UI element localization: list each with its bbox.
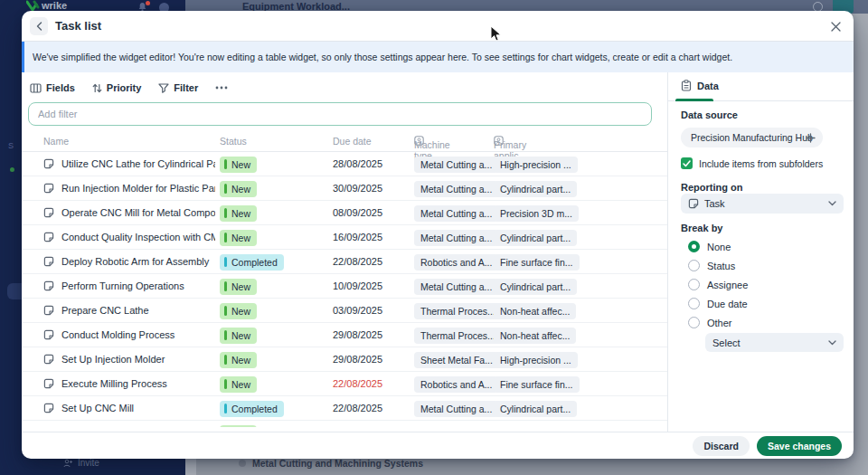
task-icon <box>43 256 54 267</box>
status-badge: New <box>220 303 257 319</box>
task-icon <box>43 183 54 194</box>
data-source-heading: Data source <box>681 109 738 120</box>
reporting-on-heading: Reporting on <box>681 182 742 193</box>
table-row[interactable]: Conduct Quality Inspection with CMM New … <box>22 225 667 250</box>
fields-icon <box>30 83 42 93</box>
status-badge: New <box>220 328 257 344</box>
column-machine-type[interactable]: Machine type <box>414 136 424 146</box>
task-icon <box>43 232 54 242</box>
radio-button-icon[interactable] <box>688 298 700 309</box>
filter-input[interactable] <box>28 102 652 126</box>
table-row[interactable]: Utilize CNC Lathe for Cylindrical Parts … <box>22 152 667 176</box>
table-row[interactable]: Operate CNC Mill for Metal Components Ne… <box>22 201 667 225</box>
status-label: New <box>231 355 250 366</box>
table-body: Utilize CNC Lathe for Cylindrical Parts … <box>22 152 667 427</box>
wrike-wordmark: wrike <box>42 0 67 11</box>
status-bar-icon <box>224 233 227 242</box>
machine-type-chip: Thermal Proces... <box>414 328 502 344</box>
status-badge: New <box>220 157 257 173</box>
table-toolbar: Fields Priority Filter <box>30 80 228 96</box>
table-row[interactable]: Conduct Molding Process New 29/08/2025 T… <box>22 323 667 347</box>
table-row[interactable]: Execute Milling Process New 22/08/2025 R… <box>22 372 667 396</box>
break-by-option[interactable]: Other <box>668 313 854 332</box>
active-tab-indicator <box>675 99 713 101</box>
table-row[interactable]: Set Up CNC Mill Completed 22/08/2025 Met… <box>22 396 667 421</box>
due-date: 22/08/2025 <box>333 378 382 389</box>
notification-dot <box>146 1 150 5</box>
table-row[interactable]: New <box>22 421 667 427</box>
break-by-option-label: Other <box>707 318 732 328</box>
status-bar-icon <box>224 379 227 389</box>
fields-button[interactable]: Fields <box>30 82 75 93</box>
machine-type-chip: Metal Cutting a... <box>414 181 498 197</box>
break-by-option[interactable]: None <box>668 237 854 256</box>
status-label: New <box>231 379 250 390</box>
primary-application-chip: Cylindrical part... <box>494 401 577 417</box>
task-icon <box>43 158 54 169</box>
clipboard-icon <box>681 80 692 91</box>
task-name: Set Up CNC Mill <box>61 403 215 413</box>
primary-application-chip: Cylindrical part... <box>494 279 577 295</box>
due-date: 16/09/2025 <box>333 232 382 242</box>
status-bar-icon <box>224 404 227 413</box>
task-name: Conduct Molding Process <box>61 329 215 340</box>
reporting-on-dropdown[interactable]: Task <box>681 194 844 214</box>
more-options-button[interactable] <box>215 86 228 90</box>
include-subfolders-label: Include items from subfolders <box>699 158 823 169</box>
sidebar-glyph: S <box>8 141 14 150</box>
table-row[interactable]: Run Injection Molder for Plastic Parts N… <box>22 176 667 201</box>
status-bar-icon <box>224 208 227 218</box>
close-button[interactable] <box>827 18 844 34</box>
invite-button: Invite <box>63 458 99 468</box>
task-name: Operate CNC Mill for Metal Components <box>61 207 215 218</box>
primary-application-chip: Fine surface fin... <box>494 254 580 271</box>
sort-priority-button[interactable]: Priority <box>92 82 142 93</box>
status-badge: Completed <box>220 401 284 417</box>
break-by-other-select[interactable]: Select <box>705 333 844 352</box>
table-row[interactable]: Perform Turning Operations New 10/09/202… <box>22 274 667 299</box>
column-primary-application[interactable]: Primary applic <box>494 136 504 146</box>
sidebar-status-dot <box>10 167 14 172</box>
radio-button-icon[interactable] <box>688 279 700 290</box>
save-changes-button[interactable]: Save changes <box>757 436 842 456</box>
due-date: 30/09/2025 <box>333 183 382 194</box>
data-source-chip[interactable]: Precision Manufacturing Hub <box>681 128 823 147</box>
primary-application-chip: Fine surface fin... <box>494 376 580 393</box>
bullet-dot-icon <box>239 460 246 467</box>
include-subfolders-checkbox-row[interactable]: Include items from subfolders <box>681 157 823 169</box>
checkbox-checked-icon[interactable] <box>681 157 693 169</box>
discard-button[interactable]: Discard <box>693 436 750 456</box>
due-date: 10/09/2025 <box>333 280 382 291</box>
column-name[interactable]: Name <box>43 136 69 147</box>
back-button[interactable] <box>30 17 48 35</box>
table-row[interactable]: Prepare CNC Lathe New 03/09/2025 Thermal… <box>22 299 667 323</box>
break-by-option[interactable]: Status <box>668 256 854 275</box>
primary-application-chip: Non-heat affec... <box>494 328 576 344</box>
break-by-option[interactable]: Due date <box>668 294 854 313</box>
column-due-date[interactable]: Due date <box>333 136 372 147</box>
task-icon <box>43 207 54 218</box>
table-row[interactable]: Deploy Robotic Arm for Assembly Complete… <box>22 250 667 274</box>
due-date: 22/08/2025 <box>333 256 382 267</box>
filter-button[interactable]: Filter <box>158 82 198 93</box>
status-label: New <box>231 233 250 243</box>
task-icon <box>43 280 54 291</box>
tab-data[interactable]: Data <box>681 80 719 91</box>
radio-button-icon[interactable] <box>688 317 700 328</box>
add-data-source-button[interactable] <box>804 131 817 145</box>
radio-button-icon[interactable] <box>688 241 700 252</box>
radio-button-icon[interactable] <box>688 260 700 271</box>
status-label: New <box>231 306 250 317</box>
break-by-option[interactable]: Assignee <box>668 275 854 294</box>
task-icon <box>43 403 54 413</box>
status-label: Completed <box>231 257 278 268</box>
task-name: Set Up Injection Molder <box>61 354 215 365</box>
person-plus-icon <box>63 459 73 468</box>
select-placeholder: Select <box>712 337 741 348</box>
sort-arrows-icon <box>92 83 102 93</box>
column-status[interactable]: Status <box>220 136 247 147</box>
ellipsis-icon <box>215 86 228 90</box>
filter-funnel-icon <box>158 83 169 93</box>
info-banner: We've simplified the widget editor! You'… <box>22 42 854 72</box>
table-row[interactable]: Set Up Injection Molder New 29/08/2025 S… <box>22 347 667 372</box>
